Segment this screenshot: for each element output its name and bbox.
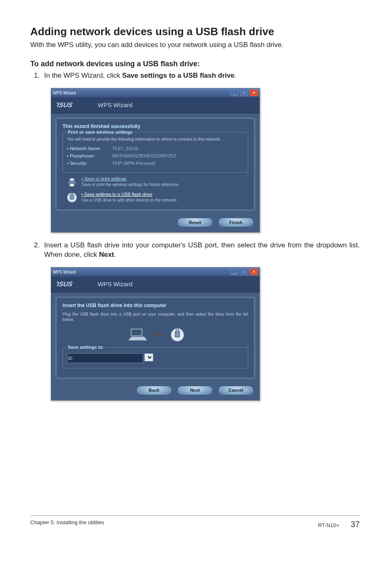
option-save-print[interactable]: • Save or print settings Save or print t… — [65, 176, 248, 188]
drive-path-input[interactable] — [67, 353, 143, 363]
back-button[interactable]: Back — [136, 386, 172, 395]
maximize-icon[interactable]: □ — [240, 269, 248, 275]
usb-circle-icon — [170, 327, 185, 343]
wizard-brand-text: WPS Wizard — [98, 280, 132, 288]
window-controls: _ □ ✕ — [230, 90, 258, 96]
kv-network-name-value: TEST_ASUS — [112, 146, 138, 152]
option-save-usb-title: • Save settings to a USB flash drive — [81, 191, 177, 197]
panel-title: Insert the USB flash drive into this com… — [63, 302, 248, 309]
svg-rect-6 — [71, 193, 73, 195]
laptop-icon — [126, 327, 150, 343]
window-titlebar: WPS Wizard _ □ ✕ — [51, 267, 260, 276]
cancel-button[interactable]: Cancel — [218, 386, 254, 395]
step-2-bold: Next — [99, 251, 114, 258]
screenshot-1: WPS Wizard _ □ ✕ /ISUS WPS Wizard This w… — [51, 88, 260, 233]
step-2-pre: Insert a USB flash drive into your compu… — [44, 241, 360, 258]
option-save-print-desc: Save or print the wireless settings for … — [81, 182, 179, 188]
footer-left: Chapter 5: Installing the utilities — [30, 519, 104, 530]
step-2-post: . — [114, 251, 116, 258]
svg-text:/ISUS: /ISUS — [57, 101, 74, 109]
screenshot-2: WPS Wizard _ □ ✕ /ISUS WPS Wizard Insert… — [51, 267, 260, 400]
drive-select[interactable] — [144, 353, 153, 361]
kv-passphrase-value: 06EFNWOGZRXIEGODWYZFZ — [112, 153, 176, 159]
step-1-bold: Save settings to a USB flash drive — [122, 72, 235, 79]
svg-rect-9 — [132, 330, 141, 335]
window-controls: _ □ ✕ — [230, 269, 258, 275]
step-2: Insert a USB flash drive into your compu… — [42, 241, 360, 400]
printer-icon — [65, 176, 79, 188]
option-save-print-title: • Save or print settings — [81, 176, 179, 182]
insert-usb-illustration: ⟵ — [63, 327, 248, 343]
maximize-icon[interactable]: □ — [240, 90, 248, 96]
panel-title: This wizard finished successfully — [63, 123, 248, 130]
brand-bar: /ISUS WPS Wizard — [51, 97, 260, 113]
intro-text: With the WPS utility, you can add device… — [30, 40, 360, 50]
asus-logo-icon: /ISUS — [57, 280, 93, 289]
footer-page-number: 37 — [351, 520, 360, 529]
svg-rect-2 — [69, 178, 74, 182]
minimize-icon[interactable]: _ — [230, 269, 238, 275]
svg-rect-13 — [176, 329, 179, 332]
asus-logo-icon: /ISUS — [57, 101, 93, 110]
svg-rect-3 — [69, 184, 74, 187]
fieldset-note: You will need to provide the following i… — [67, 137, 244, 142]
panel-desc: Plug the USB flash drive into a USB port… — [63, 312, 248, 323]
window-titlebar: WPS Wizard _ □ ✕ — [51, 88, 260, 97]
save-settings-to-legend: Save settings to: — [66, 344, 105, 350]
fieldset-legend: Print or save wireless settings — [66, 129, 134, 135]
arrow-left-icon: ⟵ — [153, 329, 166, 341]
step-1: In the WPS Wizard, click Save settings t… — [42, 71, 360, 233]
option-save-usb[interactable]: • Save settings to a USB flash drive Use… — [65, 191, 248, 204]
minimize-icon[interactable]: _ — [230, 90, 238, 96]
step-1-pre: In the WPS Wizard, click — [44, 72, 122, 79]
subheading: To add network devices using a USB flash… — [30, 59, 360, 69]
svg-text:/ISUS: /ISUS — [57, 281, 74, 288]
finish-button[interactable]: Finish — [218, 218, 254, 227]
usb-drive-icon — [65, 191, 79, 204]
footer-model: RT-N10+ — [318, 522, 339, 528]
svg-marker-10 — [128, 337, 148, 341]
close-icon[interactable]: ✕ — [250, 90, 258, 96]
kv-network-name-label: Network Name: — [67, 146, 112, 152]
kv-security-value: TKIP (WPA-Personal) — [112, 160, 155, 166]
close-icon[interactable]: ✕ — [250, 269, 258, 275]
brand-bar: /ISUS WPS Wizard — [51, 276, 260, 292]
page-heading: Adding network devices using a USB flash… — [30, 25, 360, 39]
next-button[interactable]: Next — [177, 386, 213, 395]
wizard-brand-text: WPS Wizard — [98, 101, 132, 109]
footer-divider — [30, 515, 360, 516]
window-title: WPS Wizard — [53, 269, 76, 275]
option-save-usb-desc: Use a USB drive to add other devices to … — [81, 197, 177, 203]
reset-button[interactable]: Reset — [177, 218, 213, 227]
step-1-post: . — [235, 72, 237, 79]
kv-security-label: Security: — [67, 160, 112, 166]
kv-passphrase-label: Passphrase: — [67, 153, 112, 159]
window-title: WPS Wizard — [53, 90, 76, 96]
page-footer: Chapter 5: Installing the utilities RT-N… — [30, 519, 360, 530]
